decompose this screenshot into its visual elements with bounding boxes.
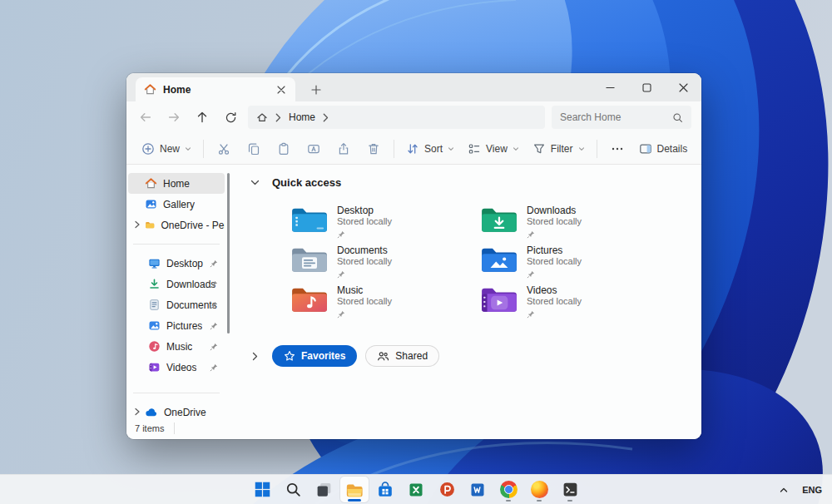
tile-subtitle: Stored locally bbox=[527, 256, 582, 267]
breadcrumb-chevron-icon[interactable] bbox=[323, 113, 329, 122]
quick-access-title: Quick access bbox=[272, 176, 341, 189]
cut-button[interactable] bbox=[209, 136, 239, 161]
toolbar-divider bbox=[394, 140, 394, 158]
tile-downloads[interactable]: Downloads Stored locally bbox=[480, 204, 670, 244]
pin-icon bbox=[210, 322, 218, 330]
firefox-button[interactable] bbox=[525, 477, 553, 502]
chevron-right-icon[interactable] bbox=[133, 220, 141, 229]
breadcrumb-home-icon[interactable] bbox=[256, 111, 268, 123]
tile-music[interactable]: Music Stored locally bbox=[290, 284, 480, 324]
sidebar-item-label: OneDrive - Perso bbox=[161, 220, 225, 231]
status-divider bbox=[174, 422, 175, 434]
tile-name: Pictures bbox=[527, 245, 582, 256]
sidebar-item-label: Home bbox=[163, 178, 190, 190]
sidebar-divider bbox=[133, 393, 220, 393]
shared-label: Shared bbox=[395, 350, 428, 362]
new-label: New bbox=[160, 143, 180, 155]
search-input[interactable]: Search Home bbox=[552, 106, 691, 129]
chrome-button[interactable] bbox=[494, 477, 522, 502]
new-tab-button[interactable] bbox=[304, 78, 329, 101]
chevron-right-icon[interactable] bbox=[133, 408, 141, 416]
microsoft-store-icon bbox=[376, 481, 394, 499]
sidebar-item-music[interactable]: Music bbox=[128, 336, 225, 357]
filter-button[interactable]: Filter bbox=[526, 136, 592, 161]
tile-desktop[interactable]: Desktop Stored locally bbox=[290, 204, 480, 244]
tile-pictures[interactable]: Pictures Stored locally bbox=[480, 244, 670, 284]
sidebar-item-onedrive[interactable]: OneDrive bbox=[128, 402, 225, 422]
powerpoint-button[interactable] bbox=[433, 477, 461, 502]
address-bar[interactable]: Home bbox=[248, 106, 545, 129]
favorites-button[interactable]: Favorites bbox=[272, 345, 357, 367]
folder-pictures-icon bbox=[480, 244, 518, 275]
tab-home[interactable]: Home bbox=[136, 77, 295, 101]
quick-access-grid: Desktop Stored locally bbox=[290, 204, 701, 324]
more-options-button[interactable] bbox=[602, 136, 632, 161]
nav-back-button[interactable] bbox=[131, 105, 160, 130]
command-toolbar: New Sort bbox=[126, 133, 701, 165]
details-label: Details bbox=[657, 143, 688, 155]
powerpoint-icon bbox=[438, 481, 456, 498]
paste-button[interactable] bbox=[269, 136, 299, 161]
breadcrumb-item-home[interactable]: Home bbox=[289, 111, 315, 123]
nav-refresh-button[interactable] bbox=[216, 105, 245, 130]
word-button[interactable] bbox=[463, 477, 492, 502]
delete-button[interactable] bbox=[359, 136, 389, 161]
taskbar-search-button[interactable] bbox=[279, 477, 307, 502]
chevron-down-icon bbox=[578, 146, 585, 152]
sort-button[interactable]: Sort bbox=[399, 136, 461, 161]
sidebar-item-label: Videos bbox=[166, 362, 196, 373]
pin-icon bbox=[337, 270, 345, 279]
sidebar-item-label: Music bbox=[166, 341, 192, 353]
up-arrow-icon bbox=[195, 110, 210, 125]
trash-icon bbox=[367, 142, 380, 156]
new-button[interactable]: New bbox=[135, 136, 198, 161]
tile-subtitle: Stored locally bbox=[337, 216, 392, 227]
tile-name: Videos bbox=[527, 284, 582, 296]
rename-button[interactable] bbox=[299, 136, 329, 161]
sidebar-item-pictures[interactable]: Pictures bbox=[128, 315, 225, 336]
word-icon bbox=[469, 482, 486, 498]
start-button[interactable] bbox=[248, 477, 276, 502]
task-view-icon bbox=[315, 481, 333, 498]
sidebar-item-documents[interactable]: Documents bbox=[128, 294, 225, 315]
minimize-button[interactable] bbox=[592, 73, 628, 101]
maximize-button[interactable] bbox=[628, 73, 665, 101]
content-area: Quick access Desktop Stored locally bbox=[230, 165, 701, 418]
scissors-icon bbox=[217, 142, 230, 156]
sort-icon bbox=[406, 142, 419, 156]
language-indicator[interactable]: ENG bbox=[802, 485, 822, 495]
microsoft-store-button[interactable] bbox=[371, 477, 399, 502]
section-expand-button[interactable] bbox=[249, 352, 260, 361]
nav-forward-button[interactable] bbox=[160, 105, 188, 130]
sidebar-item-desktop[interactable]: Desktop bbox=[128, 253, 225, 274]
toolbar-divider bbox=[597, 140, 597, 158]
music-icon bbox=[148, 340, 161, 353]
close-window-button[interactable] bbox=[665, 73, 701, 101]
excel-button[interactable] bbox=[402, 477, 430, 502]
copy-button[interactable] bbox=[239, 136, 269, 161]
sidebar-item-home[interactable]: Home bbox=[128, 173, 225, 194]
running-indicator bbox=[567, 500, 572, 502]
view-button[interactable]: View bbox=[461, 136, 526, 161]
shared-button[interactable]: Shared bbox=[365, 345, 439, 367]
sidebar-item-videos[interactable]: Videos bbox=[128, 357, 225, 378]
filter-funnel-icon bbox=[532, 142, 546, 156]
file-explorer-button[interactable] bbox=[340, 477, 369, 502]
share-button[interactable] bbox=[329, 136, 359, 161]
tile-videos[interactable]: Videos Stored locally bbox=[480, 284, 670, 324]
view-icon bbox=[468, 142, 481, 156]
tile-text: Desktop Stored locally bbox=[337, 204, 392, 242]
quick-access-collapse-button[interactable] bbox=[249, 178, 260, 187]
terminal-button[interactable] bbox=[556, 477, 584, 502]
details-button[interactable]: Details bbox=[632, 136, 695, 161]
sidebar-item-gallery[interactable]: Gallery bbox=[128, 194, 225, 215]
tile-documents[interactable]: Documents Stored locally bbox=[290, 244, 480, 284]
task-view-button[interactable] bbox=[310, 477, 338, 502]
sidebar-item-downloads[interactable]: Downloads bbox=[128, 274, 225, 294]
clipboard-icon bbox=[277, 142, 290, 156]
tab-close-button[interactable] bbox=[272, 81, 290, 99]
sidebar-item-onedrive-personal[interactable]: OneDrive - Perso bbox=[128, 215, 225, 235]
nav-up-button[interactable] bbox=[188, 105, 216, 130]
tray-expand-button[interactable] bbox=[779, 486, 789, 494]
scrollbar-thumb[interactable] bbox=[227, 173, 230, 334]
